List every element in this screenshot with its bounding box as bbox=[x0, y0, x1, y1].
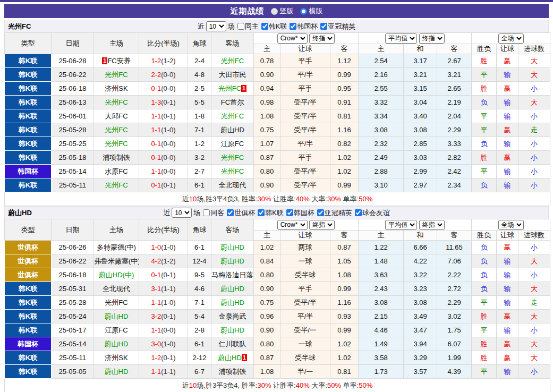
team-text: 光州FC bbox=[105, 140, 127, 148]
handicap-line-cell: 平/半 bbox=[280, 310, 330, 323]
layout-vertical-label: 竖版 bbox=[280, 6, 294, 16]
fulltime-score: 1-1 bbox=[151, 112, 161, 120]
home-team-cell: 水原FC bbox=[94, 165, 139, 178]
final-odds-select-2[interactable]: 终指 bbox=[419, 33, 445, 44]
home-team-cell: 光州FC bbox=[94, 123, 139, 137]
avg-draw-odds-cell: 3.94 bbox=[404, 337, 437, 351]
league-checkbox[interactable] bbox=[286, 209, 293, 216]
recent-count-select[interactable]: 10 bbox=[172, 208, 192, 218]
recent-count-select[interactable]: 10 bbox=[206, 21, 226, 31]
fulltime-score: 4-2 bbox=[151, 257, 161, 265]
match-date-cell: 25-05-18 bbox=[52, 151, 94, 165]
odds-company-select[interactable]: Crow* bbox=[277, 220, 308, 230]
same-side-filter[interactable]: 同主 bbox=[235, 22, 259, 31]
avg-home-odds-cell: 1.22 bbox=[359, 241, 404, 254]
team-text: 全北现代 bbox=[103, 285, 130, 293]
handicap-line-cell: 受半/一 bbox=[280, 323, 330, 337]
league-checkbox[interactable] bbox=[355, 209, 362, 216]
match-date-cell: 25-05-14 bbox=[52, 165, 94, 178]
handicap-away-odds-cell: 1.02 bbox=[330, 337, 359, 351]
league-checkbox[interactable] bbox=[258, 209, 265, 216]
league-checkbox[interactable] bbox=[317, 209, 324, 216]
team-text: 蔚山HD bbox=[220, 243, 244, 251]
same-side-checkbox[interactable] bbox=[237, 23, 244, 30]
avg-draw-odds-cell: 3.29 bbox=[404, 351, 437, 365]
match-row: 韩K联25-05-24蔚山HD3-2(0-1)5-4金泉尚武0.96平/半0.9… bbox=[5, 310, 550, 323]
home-team-cell: 大邱FC bbox=[94, 109, 139, 123]
match-type-cell: 韩K联 bbox=[5, 351, 52, 365]
handicap-home-odds-cell: 1.08 bbox=[254, 365, 280, 379]
result-handicap-cell: 输 bbox=[497, 96, 518, 109]
match-row: 韩K联25-05-25光州FC0-1(0-0)1-2江原FC1.07平/半0.8… bbox=[5, 137, 550, 151]
col-avg-away: 客 bbox=[437, 231, 472, 241]
league-filter[interactable]: 世俱杯 bbox=[224, 208, 255, 218]
col-corner: 角球 bbox=[188, 33, 211, 54]
section-summary: 近10场,胜3平3负4, 胜率:30% 让胜率:40% 大率:50% 单率:50… bbox=[5, 379, 550, 392]
league-filter[interactable]: 韩K联 bbox=[255, 208, 284, 218]
final-odds-select[interactable]: 终指 bbox=[309, 220, 335, 230]
result-goals-cell: 小 bbox=[518, 241, 550, 254]
match-type-cell: 韩K联 bbox=[5, 282, 52, 296]
result-goals-cell: 大 bbox=[518, 310, 550, 323]
handicap-away-odds-cell: 0.91 bbox=[330, 96, 359, 109]
league-filter[interactable]: 韩国杯 bbox=[287, 22, 318, 31]
result-handicap-cell: 输 bbox=[497, 268, 518, 282]
average-odds-select[interactable]: 平均值 bbox=[385, 220, 417, 230]
corner-cell: 6-1 bbox=[188, 337, 211, 351]
odds-company-select[interactable]: Crow* bbox=[277, 33, 308, 44]
same-side-checkbox[interactable] bbox=[203, 209, 210, 216]
handicap-line-cell: 平/半 bbox=[280, 68, 330, 82]
away-team-cell: 大田市民 bbox=[211, 68, 254, 82]
handicap-line-cell: 受半球 bbox=[280, 268, 330, 282]
score-cell: 3-1(1-1) bbox=[139, 282, 188, 296]
average-odds-select[interactable]: 平均值 bbox=[385, 33, 417, 44]
layout-horizontal-radio[interactable]: 横版 bbox=[300, 6, 323, 16]
fulltime-score: 3-2 bbox=[151, 312, 161, 320]
match-row: 韩K联25-06-01大邱FC1-1(0-1)1-8光州FC1.08受平/半0.… bbox=[5, 109, 550, 123]
fulltime-select[interactable]: 全场 bbox=[498, 33, 524, 44]
final-odds-select[interactable]: 终指 bbox=[309, 33, 335, 44]
league-label: 韩K联 bbox=[269, 22, 287, 31]
league-checkbox[interactable] bbox=[320, 23, 327, 30]
score-cell: 4-2(1-2) bbox=[139, 254, 188, 268]
radio-selected-icon[interactable] bbox=[271, 8, 278, 15]
fulltime-score: 2-2 bbox=[151, 71, 161, 79]
league-filter[interactable]: 韩国杯 bbox=[284, 208, 314, 218]
fulltime-score: 1-1 bbox=[151, 126, 161, 134]
league-label: 亚冠精英 bbox=[325, 208, 352, 218]
team-text: 蔚山HD bbox=[220, 126, 244, 134]
handicap-away-odds-cell: 0.99 bbox=[330, 68, 359, 82]
league-filter[interactable]: 球会友谊 bbox=[352, 208, 390, 218]
league-checkbox[interactable] bbox=[227, 209, 234, 216]
layout-vertical-radio[interactable]: 竖版 bbox=[271, 6, 294, 16]
result-winloss-cell: 负 bbox=[472, 268, 497, 282]
league-checkbox[interactable] bbox=[290, 23, 296, 30]
summary-text: 30% bbox=[327, 195, 341, 203]
score-cell: 0-1(0-1) bbox=[139, 178, 188, 192]
result-winloss-cell: 平 bbox=[472, 109, 497, 123]
result-winloss-cell: 负 bbox=[472, 96, 497, 109]
match-date-cell: 25-05-31 bbox=[52, 282, 94, 296]
match-date-cell: 25-06-22 bbox=[52, 254, 94, 268]
league-checkbox[interactable] bbox=[261, 23, 268, 30]
league-filter[interactable]: 韩K联 bbox=[259, 22, 287, 31]
fulltime-select[interactable]: 全场 bbox=[498, 220, 524, 230]
col-score: 比分(半场) bbox=[139, 33, 188, 54]
league-filter[interactable]: 亚冠精英 bbox=[318, 22, 355, 31]
summary-text: 50% bbox=[327, 381, 341, 389]
league-filter[interactable]: 亚冠精英 bbox=[314, 208, 352, 218]
avg-away-odds-cell: 2.29 bbox=[437, 296, 472, 310]
handicap-line-cell: 平手 bbox=[280, 54, 330, 68]
result-handicap-cell: 输 bbox=[497, 323, 518, 337]
result-winloss-cell: 负 bbox=[472, 282, 497, 296]
handicap-line-cell: 受平/半 bbox=[280, 123, 330, 137]
avg-away-odds-cell: 3.21 bbox=[437, 68, 472, 82]
radio-unselected-icon[interactable] bbox=[300, 8, 307, 15]
halftime-score: (1-1) bbox=[161, 368, 175, 376]
corner-cell: 2-5 bbox=[188, 82, 211, 96]
same-side-filter[interactable]: 同客 bbox=[200, 208, 224, 218]
avg-away-odds-cell: 1.75 bbox=[437, 323, 472, 337]
final-odds-select-2[interactable]: 终指 bbox=[419, 220, 445, 230]
result-winloss-cell: 平 bbox=[472, 296, 497, 310]
result-goals-cell: 小 bbox=[518, 82, 550, 96]
